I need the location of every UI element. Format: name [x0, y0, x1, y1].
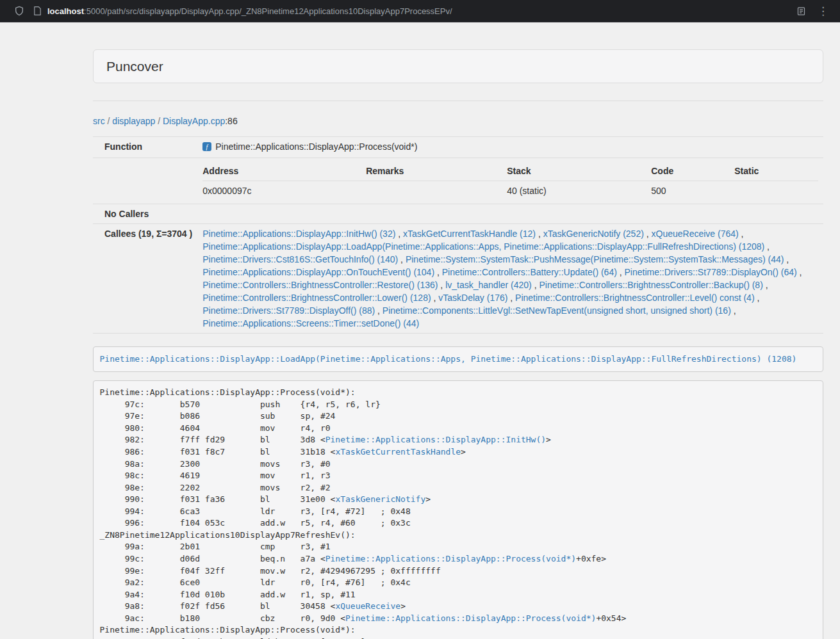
col-code: Code — [651, 161, 734, 181]
callee-link[interactable]: Pinetime::Controllers::BrightnessControl… — [515, 293, 754, 303]
assembly-code: Pinetime::Applications::DisplayApp::Proc… — [100, 387, 627, 639]
cell-stack: 40 (static) — [507, 181, 651, 201]
callee-link[interactable]: xTaskGenericNotify (252) — [543, 229, 644, 239]
cell-code: 500 — [651, 181, 734, 201]
url-host: localhost — [47, 6, 84, 16]
detail-header-row: Address Remarks Stack Code Static — [202, 161, 818, 181]
callee-link[interactable]: Pinetime::Applications::DisplayApp::OnTo… — [202, 267, 434, 277]
highlighted-symbol-block: Pinetime::Applications::DisplayApp::Load… — [93, 346, 823, 372]
asm-symbol-link[interactable]: xQueueReceive — [335, 601, 400, 611]
asm-symbol-link[interactable]: Pinetime::Applications::DisplayApp::Init… — [325, 435, 546, 444]
callee-link[interactable]: Pinetime::Controllers::BrightnessControl… — [202, 280, 438, 290]
callee-link[interactable]: Pinetime::Controllers::BrightnessControl… — [202, 293, 431, 303]
assembly-block: Pinetime::Applications::DisplayApp::Proc… — [93, 380, 823, 639]
callees-row: Callees (19, Σ=3704 ) Pinetime::Applicat… — [93, 224, 823, 334]
callee-link[interactable]: Pinetime::Drivers::Cst816S::GetTouchInfo… — [202, 254, 398, 264]
col-address: Address — [202, 161, 366, 181]
breadcrumb-link[interactable]: src — [93, 116, 105, 126]
function-icon: f — [202, 142, 211, 154]
highlighted-symbol-link[interactable]: Pinetime::Applications::DisplayApp::Load… — [100, 354, 797, 364]
detail-value-row: 0x0000097c 40 (static) 500 — [202, 181, 818, 201]
browser-url-bar[interactable]: localhost:5000/path/src/displayapp/Displ… — [33, 6, 787, 16]
callee-link[interactable]: Pinetime::Applications::DisplayApp::Init… — [202, 229, 395, 239]
callee-link[interactable]: xQueueReceive (764) — [652, 229, 739, 239]
callee-link[interactable]: vTaskDelay (176) — [438, 293, 507, 303]
breadcrumb-link[interactable]: displayapp — [112, 116, 155, 126]
callee-link[interactable]: Pinetime::Drivers::St7789::DisplayOn() (… — [625, 267, 797, 277]
function-label: Function — [93, 137, 197, 158]
function-row: Function f Pinetime::Applications::Displ… — [93, 137, 823, 158]
asm-symbol-link[interactable]: Pinetime::Applications::DisplayApp::Proc… — [325, 554, 576, 563]
symbol-table: Function f Pinetime::Applications::Displ… — [93, 136, 823, 334]
url-text: localhost:5000/path/src/displayapp/Displ… — [47, 6, 452, 16]
page-icon — [33, 6, 42, 15]
col-static: Static — [734, 161, 818, 181]
cell-static — [734, 181, 818, 201]
callee-link[interactable]: Pinetime::Drivers::St7789::DisplayOff() … — [202, 305, 375, 316]
symbol-detail-table: Address Remarks Stack Code Static 0x0000… — [202, 161, 818, 200]
asm-symbol-link[interactable]: xTaskGenericNotify — [335, 494, 425, 504]
breadcrumb-link[interactable]: DisplayApp.cpp — [163, 116, 225, 126]
callee-link[interactable]: Pinetime::Applications::DisplayApp::Load… — [202, 241, 764, 252]
callee-link[interactable]: lv_task_handler (420) — [445, 280, 532, 290]
col-remarks: Remarks — [366, 161, 507, 181]
asm-symbol-link[interactable]: Pinetime::Applications::DisplayApp::Proc… — [345, 613, 596, 623]
breadcrumb-separator: / — [155, 116, 163, 126]
callee-link[interactable]: Pinetime::Controllers::Battery::Update()… — [442, 267, 617, 277]
divider — [93, 101, 823, 101]
page-title: Puncover — [106, 59, 810, 74]
callee-link[interactable]: Pinetime::Applications::Screens::Timer::… — [202, 318, 419, 328]
breadcrumb: src / displayapp / DisplayApp.cpp:86 — [93, 115, 823, 127]
detail-row: Address Remarks Stack Code Static 0x0000… — [93, 158, 823, 204]
shield-icon[interactable] — [14, 6, 24, 16]
breadcrumb-separator: / — [105, 116, 113, 126]
callees-list: Pinetime::Applications::DisplayApp::Init… — [197, 224, 823, 334]
callee-link[interactable]: Pinetime::Components::LittleVgl::SetNewT… — [383, 305, 731, 316]
callee-link[interactable]: xTaskGetCurrentTaskHandle (12) — [403, 229, 536, 239]
asm-symbol-link[interactable]: xTaskGetCurrentTaskHandle — [335, 447, 461, 457]
browser-chrome: localhost:5000/path/src/displayapp/Displ… — [0, 0, 840, 22]
cell-address: 0x0000097c — [202, 181, 366, 201]
page-container: Puncover src / displayapp / DisplayApp.c… — [93, 22, 823, 639]
page-title-box: Puncover — [93, 49, 823, 83]
callee-link[interactable]: Pinetime::Controllers::BrightnessControl… — [539, 280, 762, 290]
function-name: Pinetime::Applications::DisplayApp::Proc… — [215, 142, 417, 152]
cell-remarks — [366, 181, 507, 201]
callees-label: Callees (19, Σ=3704 ) — [93, 224, 197, 334]
callee-link[interactable]: Pinetime::System::SystemTask::PushMessag… — [406, 254, 784, 264]
reader-mode-icon[interactable] — [796, 6, 806, 16]
browser-menu-icon[interactable]: ⋮ — [815, 6, 831, 17]
no-callers-row: No Callers — [93, 204, 823, 224]
col-stack: Stack — [507, 161, 651, 181]
no-callers-label: No Callers — [93, 204, 197, 224]
url-path: :5000/path/src/displayapp/DisplayApp.cpp… — [84, 6, 452, 16]
